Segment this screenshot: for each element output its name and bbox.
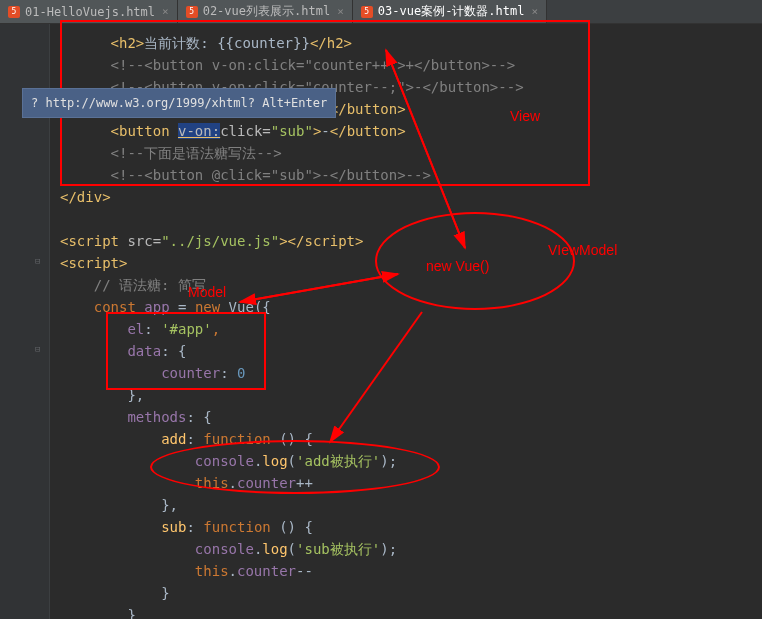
fold-icon[interactable]: ⊟	[35, 256, 45, 266]
code-line	[60, 208, 762, 230]
code-line: methods: {	[60, 406, 762, 428]
code-line: this.counter++	[60, 472, 762, 494]
code-line: sub: function () {	[60, 516, 762, 538]
tab-label: 01-HelloVuejs.html	[25, 5, 155, 19]
code-line: // 语法糖: 简写	[60, 274, 762, 296]
code-line: },	[60, 384, 762, 406]
code-line: }	[60, 604, 762, 619]
tab-bar: 5 01-HelloVuejs.html × 5 02-vue列表展示.html…	[0, 0, 762, 24]
code-line: <script>	[60, 252, 762, 274]
html-icon: 5	[8, 6, 20, 18]
code-line: console.log('add被执行');	[60, 450, 762, 472]
html-icon: 5	[186, 6, 198, 18]
html-icon: 5	[361, 6, 373, 18]
code-line: this.counter--	[60, 560, 762, 582]
code-line: <!--<button @click="sub">-</button>-->	[60, 164, 762, 186]
close-icon[interactable]: ×	[162, 5, 169, 18]
close-icon[interactable]: ×	[337, 5, 344, 18]
fold-icon[interactable]: ⊟	[35, 344, 45, 354]
code-line: <button v-on:click="sub">-</button>	[60, 120, 762, 142]
code-line: data: {	[60, 340, 762, 362]
code-line: add: function () {	[60, 428, 762, 450]
code-line: const app = new Vue({	[60, 296, 762, 318]
close-icon[interactable]: ×	[531, 5, 538, 18]
tab-file-1[interactable]: 5 01-HelloVuejs.html ×	[0, 0, 178, 23]
code-line: <!--<button v-on:click="counter++">+</bu…	[60, 54, 762, 76]
code-line: },	[60, 494, 762, 516]
code-line: console.log('sub被执行');	[60, 538, 762, 560]
code-line: </div>	[60, 186, 762, 208]
code-line: el: '#app',	[60, 318, 762, 340]
code-line: }	[60, 582, 762, 604]
editor: ⊟ ⊟ ? http://www.w3.org/1999/xhtml? Alt+…	[0, 24, 762, 619]
tab-file-3[interactable]: 5 03-vue案例-计数器.html ×	[353, 0, 547, 23]
code-line: <script src="../js/vue.js"></script>	[60, 230, 762, 252]
code-line: <h2>当前计数: {{counter}}</h2>	[60, 32, 762, 54]
code-area[interactable]: ? http://www.w3.org/1999/xhtml? Alt+Ente…	[50, 24, 762, 619]
code-line: counter: 0	[60, 362, 762, 384]
code-line: <!--下面是语法糖写法-->	[60, 142, 762, 164]
tab-label: 02-vue列表展示.html	[203, 3, 330, 20]
tab-file-2[interactable]: 5 02-vue列表展示.html ×	[178, 0, 353, 23]
xml-namespace-tooltip: ? http://www.w3.org/1999/xhtml? Alt+Ente…	[22, 88, 336, 118]
tab-label: 03-vue案例-计数器.html	[378, 3, 525, 20]
